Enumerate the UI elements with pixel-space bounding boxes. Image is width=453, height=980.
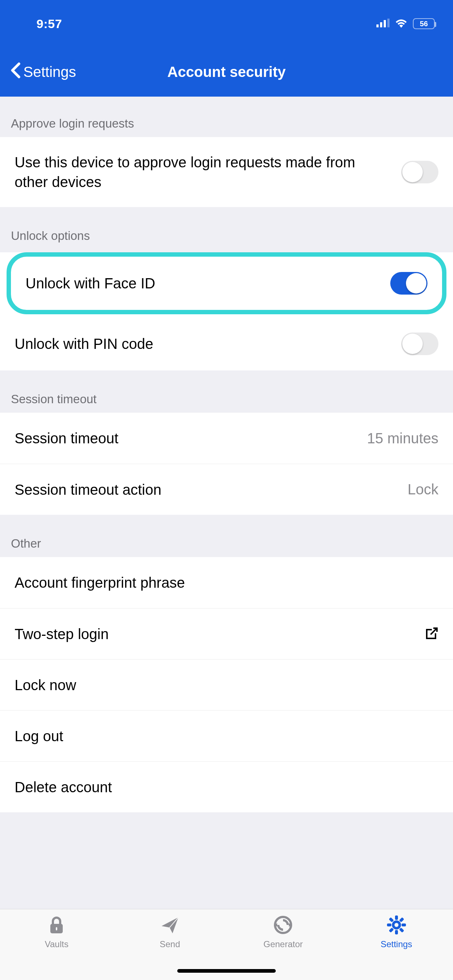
row-label: Session timeout action <box>14 480 397 500</box>
svg-rect-16 <box>389 917 394 923</box>
status-indicators: 56 <box>376 18 435 29</box>
generator-icon <box>273 915 293 936</box>
external-link-icon <box>423 625 439 643</box>
section-session: Session timeout 15 minutes Session timeo… <box>0 413 453 515</box>
tab-bar: Vaults Send Generator Settings <box>0 909 453 980</box>
row-approve-login[interactable]: Use this device to approve login request… <box>0 137 453 207</box>
svg-rect-10 <box>395 915 398 920</box>
tab-label: Vaults <box>45 939 69 950</box>
svg-point-9 <box>393 922 400 928</box>
row-label: Log out <box>14 726 439 746</box>
tab-label: Send <box>160 939 180 950</box>
row-unlock-faceid-highlight: Unlock with Face ID <box>6 252 447 314</box>
toggle-unlock-pin[interactable] <box>401 332 439 355</box>
svg-rect-5 <box>56 927 57 931</box>
section-header-unlock: Unlock options <box>0 207 453 250</box>
svg-rect-17 <box>399 928 404 932</box>
svg-rect-13 <box>402 923 406 926</box>
tab-label: Generator <box>263 939 303 950</box>
row-value: Lock <box>408 481 439 498</box>
section-unlock: Unlock with Face ID Unlock with PIN code <box>0 252 453 371</box>
cellular-icon <box>376 19 389 29</box>
section-approve: Use this device to approve login request… <box>0 137 453 207</box>
row-label: Account fingerprint phrase <box>14 573 439 592</box>
svg-rect-12 <box>387 923 391 926</box>
svg-rect-1 <box>380 22 382 27</box>
svg-rect-11 <box>395 930 398 934</box>
status-time: 9:57 <box>37 17 62 31</box>
section-header-approve: Approve login requests <box>0 97 453 137</box>
toggle-approve-login[interactable] <box>401 161 439 183</box>
back-button[interactable]: Settings <box>0 62 76 82</box>
svg-rect-0 <box>376 24 379 27</box>
row-fingerprint[interactable]: Account fingerprint phrase <box>0 557 453 608</box>
battery-icon: 56 <box>413 18 435 29</box>
svg-rect-2 <box>384 20 386 27</box>
row-delete-account[interactable]: Delete account <box>0 761 453 812</box>
row-label: Two-step login <box>14 624 412 644</box>
tab-label: Settings <box>380 939 412 950</box>
row-lock-now[interactable]: Lock now <box>0 659 453 710</box>
row-value: 15 minutes <box>367 430 439 447</box>
row-label: Use this device to approve login request… <box>14 153 390 192</box>
tab-vaults[interactable]: Vaults <box>0 915 113 980</box>
svg-rect-14 <box>399 917 404 923</box>
battery-percent: 56 <box>420 20 428 28</box>
status-bar: 9:57 56 <box>0 0 453 48</box>
row-label: Session timeout <box>14 428 356 448</box>
paper-plane-icon <box>160 915 180 936</box>
row-unlock-faceid[interactable]: Unlock with Face ID <box>11 257 442 310</box>
back-label: Settings <box>23 64 76 80</box>
section-header-other: Other <box>0 515 453 557</box>
row-label: Unlock with Face ID <box>26 274 379 293</box>
nav-bar: Settings Account security <box>0 48 453 97</box>
toggle-unlock-faceid[interactable] <box>390 272 427 294</box>
section-header-session: Session timeout <box>0 371 453 413</box>
row-session-action[interactable]: Session timeout action Lock <box>0 464 453 515</box>
row-label: Delete account <box>14 777 439 797</box>
row-label: Unlock with PIN code <box>14 334 390 354</box>
svg-rect-15 <box>389 928 394 932</box>
row-two-step-login[interactable]: Two-step login <box>0 608 453 659</box>
chevron-left-icon <box>10 62 21 82</box>
row-label: Lock now <box>14 675 439 695</box>
lock-icon <box>47 915 66 936</box>
row-session-timeout[interactable]: Session timeout 15 minutes <box>0 413 453 464</box>
svg-rect-3 <box>388 19 389 27</box>
section-other: Account fingerprint phrase Two-step logi… <box>0 557 453 812</box>
home-indicator[interactable] <box>177 969 276 973</box>
tab-settings[interactable]: Settings <box>340 915 453 980</box>
row-unlock-pin[interactable]: Unlock with PIN code <box>0 317 453 371</box>
row-log-out[interactable]: Log out <box>0 710 453 761</box>
gear-icon <box>387 915 406 936</box>
wifi-icon <box>395 18 408 29</box>
